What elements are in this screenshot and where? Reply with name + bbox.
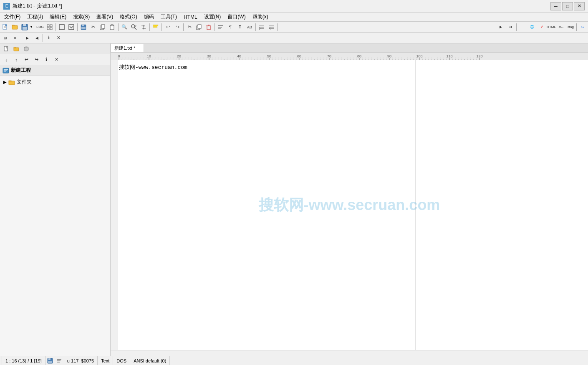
toolbar-btn-copy[interactable]: [98, 23, 107, 32]
toolbar-btn-indent[interactable]: [257, 23, 266, 32]
status-lines-icon[interactable]: [55, 356, 64, 365]
tb2-btn-right[interactable]: ▶: [23, 33, 32, 43]
toolbar-btn-cmd1[interactable]: ▶: [496, 23, 505, 32]
toolbar-btn-cut[interactable]: ✂: [88, 23, 98, 32]
toolbar-btn-paste[interactable]: [108, 23, 117, 32]
ruler-canvas: [111, 53, 588, 60]
toolbar-btn-r3[interactable]: ✔: [537, 23, 546, 32]
tree-item-folder[interactable]: ▶ 文件夹: [2, 78, 109, 86]
toolbar-btn-undo[interactable]: ↩: [163, 23, 172, 32]
tb2-btn2[interactable]: ≡: [10, 33, 20, 43]
toolbar-btn-grid[interactable]: [45, 23, 54, 32]
svg-rect-25: [153, 25, 158, 26]
toolbar-separator-12: [576, 23, 577, 31]
status-encoding: Text: [98, 356, 113, 365]
sidebar-tb-close[interactable]: ✕: [52, 55, 61, 64]
toolbar-btn-dropdown2[interactable]: [67, 23, 76, 32]
ruler: [111, 53, 588, 60]
svg-rect-20: [111, 25, 113, 26]
watermark: 搜软网-www.secruan.com: [259, 195, 440, 215]
menu-item-tools[interactable]: 工具(T): [157, 13, 180, 21]
toolbar-btn-replace[interactable]: [139, 23, 148, 32]
svg-rect-52: [48, 358, 50, 360]
status-unicode: u 117 $0075: [64, 356, 98, 365]
save-dropdown-button[interactable]: ▾: [30, 23, 33, 32]
save-button[interactable]: [20, 23, 29, 32]
toolbar-btn-findall[interactable]: [129, 23, 139, 32]
toolbar-btn-r1[interactable]: ⋯: [518, 23, 527, 32]
sidebar-tb-up[interactable]: ↑: [12, 55, 21, 64]
menu-item-search[interactable]: 搜索(S): [70, 13, 93, 21]
svg-rect-28: [198, 25, 201, 28]
menu-item-window[interactable]: 窗口(W): [224, 13, 249, 21]
editor-tabs: 新建1.txt *: [111, 43, 588, 53]
toolbar-btn-para[interactable]: ¶: [226, 23, 235, 32]
folder-icon: [8, 79, 15, 85]
editor-content[interactable]: 搜软网-www.secruan.com 搜软网-www.secruan.com: [111, 60, 588, 350]
editor-text-line[interactable]: 搜软网-www.secruan.com: [119, 63, 187, 71]
toolbar-btn-copy2[interactable]: [194, 23, 204, 32]
sidebar-tb-redo[interactable]: ↪: [32, 55, 41, 64]
menu-item-html[interactable]: HTML: [180, 13, 201, 21]
menu-bar: 文件(F)工程(J)编辑(E)搜索(S)查看(V)格式(O)编码工具(T)HTM…: [0, 13, 588, 22]
status-save-icon[interactable]: [45, 356, 55, 365]
restore-button[interactable]: □: [562, 2, 573, 10]
menu-item-settings[interactable]: 设置(N): [201, 13, 225, 21]
new-button[interactable]: [1, 23, 10, 32]
editor-tab-file[interactable]: 新建1.txt *: [111, 44, 144, 52]
sidebar-tb-undo[interactable]: ↩: [22, 55, 31, 64]
toolbar-btn-mark[interactable]: [151, 23, 160, 32]
toolbar-separator-2: [56, 23, 56, 31]
sidebar-tab-db[interactable]: [22, 44, 31, 53]
svg-rect-47: [4, 70, 7, 71]
app-icon: E: [3, 3, 10, 10]
toolbar-btn-rect[interactable]: [57, 23, 66, 32]
title-controls: ─ □ ✕: [550, 2, 585, 10]
title-bar: E 新建1.txt - [新建1.txt *] ─ □ ✕: [0, 0, 588, 13]
main-toolbar: ▾ LOG ✂ 🔍 ↩ ↪ ✂: [0, 22, 588, 33]
menu-item-encode[interactable]: 编码: [141, 13, 157, 21]
project-title: 新建工程: [0, 65, 110, 76]
toolbar-btn-r5[interactable]: <!--: [556, 23, 565, 32]
menu-item-project[interactable]: 工程(J): [24, 13, 46, 21]
menu-item-format[interactable]: 格式(O): [116, 13, 140, 21]
sidebar-tab-folder[interactable]: [12, 44, 21, 53]
toolbar-btn-r4[interactable]: HTML: [547, 23, 556, 32]
tb2-btn-left[interactable]: ◀: [32, 33, 41, 43]
menu-item-file[interactable]: 文件(F): [1, 13, 24, 21]
status-hex: $0075: [81, 358, 94, 363]
toolbar-btn-ab[interactable]: AB: [245, 23, 254, 32]
toolbar-btn-delete[interactable]: [204, 23, 213, 32]
toolbar-btn-r2[interactable]: 🌐: [527, 23, 537, 32]
tb2-btn-info[interactable]: ℹ: [44, 33, 53, 43]
tb2-btn-close[interactable]: ✕: [54, 33, 63, 43]
menu-item-help[interactable]: 帮助(x): [249, 13, 272, 21]
horizontal-scrollbar[interactable]: [111, 350, 588, 356]
sidebar-tb-down[interactable]: ↓: [2, 55, 11, 64]
close-button[interactable]: ✕: [574, 2, 585, 10]
toolbar-separator-6: [162, 23, 162, 31]
toolbar-btn-r6[interactable]: <tag: [566, 23, 575, 32]
svg-rect-6: [23, 24, 26, 26]
tb2-btn1[interactable]: ⊞: [1, 33, 10, 43]
toolbar-btn-g1[interactable]: G: [578, 23, 587, 32]
sidebar-tab-file[interactable]: [2, 44, 11, 53]
toolbar-btn-cmd2[interactable]: ⏮: [506, 23, 515, 32]
open-button[interactable]: [10, 23, 20, 32]
svg-rect-18: [101, 25, 105, 28]
toolbar-btn-find[interactable]: 🔍: [120, 23, 129, 32]
project-name: 新建工程: [11, 67, 31, 74]
sidebar-tb-info[interactable]: ℹ: [42, 55, 51, 64]
toolbar-btn-scissors2[interactable]: ✂: [185, 23, 194, 32]
svg-rect-7: [23, 27, 27, 30]
status-position: 1 : 16 (13) / 1 [19]: [2, 356, 45, 365]
menu-item-edit[interactable]: 编辑(E): [46, 13, 70, 21]
toolbar-btn-sort[interactable]: [216, 23, 225, 32]
toolbar-btn-save2[interactable]: [79, 23, 88, 32]
minimize-button[interactable]: ─: [550, 2, 561, 10]
menu-item-view[interactable]: 查看(V): [93, 13, 116, 21]
toolbar-btn-outdent[interactable]: [267, 23, 276, 32]
toolbar-btn-redo[interactable]: ↪: [173, 23, 182, 32]
toolbar-btn-log[interactable]: LOG: [35, 23, 45, 32]
toolbar-btn-t[interactable]: T: [235, 23, 245, 32]
